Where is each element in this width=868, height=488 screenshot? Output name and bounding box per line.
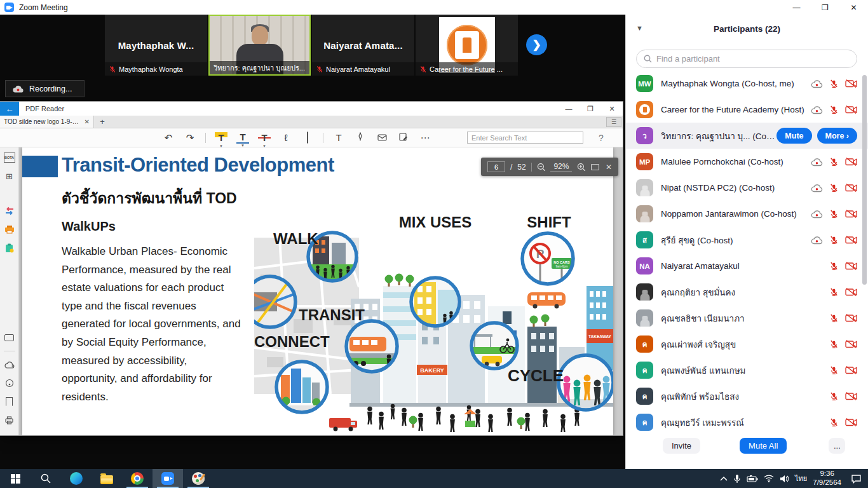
printer-plugin-icon[interactable] [4, 224, 15, 234]
participant-row[interactable]: Nipat (NSTDA PC2) (Co-host) [626, 175, 868, 201]
footer-more-button[interactable]: ... [829, 438, 845, 454]
cloud-icon[interactable] [4, 360, 15, 370]
more-button[interactable]: More › [817, 128, 858, 144]
transit-label: TRANSIT [299, 306, 365, 323]
participant-row[interactable]: ค คุณพงษ์พันธ์ แทนเกษม [626, 357, 868, 383]
participant-search[interactable] [636, 50, 857, 68]
participants-scrollbar[interactable] [862, 75, 867, 285]
participant-row[interactable]: NA Naiyarat Amatayakul [626, 253, 868, 279]
video-tile[interactable]: Naiyarat Amata... Naiyarat Amatayakul [312, 15, 414, 76]
tray-mic-icon[interactable] [733, 474, 741, 484]
taskbar-zoom-button[interactable] [153, 469, 183, 488]
participants-footer: Invite Mute All ... [626, 438, 868, 454]
pdf-minimize-button[interactable]: — [558, 105, 580, 113]
bota-panel-icon[interactable]: BOTA [4, 152, 15, 163]
search-icon [41, 473, 51, 484]
zoom-in-icon[interactable] [577, 163, 586, 172]
taskbar-paint-button[interactable] [183, 469, 214, 488]
video-off-icon [845, 339, 857, 349]
participant-row[interactable]: Noppamon Jantarawimon (Co-host) [626, 201, 868, 227]
pdf-tab[interactable]: TOD silde new logo 1-9-64(1).pdf ✕ [0, 116, 94, 128]
row-status-icons [829, 339, 857, 349]
participant-name: คุณชลธิชา เนียมนาภา [661, 311, 829, 325]
undo-button[interactable]: ↶ [162, 132, 175, 144]
strikeout-text-button[interactable]: T▼ [258, 132, 271, 143]
participant-search-input[interactable] [656, 54, 850, 64]
close-button[interactable]: ✕ [839, 0, 868, 15]
video-tile[interactable]: วิทยากร: คุณฐาปนา บุณยปร... [208, 15, 311, 76]
participant-row[interactable]: คุณชลธิชา เนียมนาภา [626, 305, 868, 331]
tray-battery-icon[interactable] [747, 475, 758, 482]
thumbnails-grid-icon[interactable]: ⊞ [4, 171, 15, 181]
zoom-icon [161, 472, 174, 485]
participant-row[interactable]: ค คุณพิทักษ์ พร้อมไธสง [626, 383, 868, 409]
muted-mic-icon [829, 235, 839, 245]
bookmark-icon[interactable] [4, 396, 15, 407]
pdf-page-controls: / 52 92% ✕ [481, 158, 618, 176]
pdf-search-input[interactable] [467, 132, 583, 144]
print-icon[interactable] [4, 415, 15, 425]
tray-speaker-icon[interactable] [780, 475, 789, 483]
muted-mic-icon [829, 287, 839, 297]
tray-wifi-icon[interactable] [764, 475, 774, 482]
fit-page-icon[interactable] [591, 164, 599, 170]
video-off-icon [845, 183, 857, 193]
stamp-button[interactable] [376, 132, 388, 143]
redo-button[interactable]: ↷ [184, 132, 196, 144]
clipboard-plugin-icon[interactable] [4, 243, 15, 253]
language-indicator[interactable]: ไทย [795, 473, 807, 484]
video-tile[interactable]: Maythaphak W... Maythaphak Wongta [105, 15, 207, 76]
taskbar-explorer-button[interactable] [92, 469, 122, 488]
participant-row[interactable]: ว วิทยากร: คุณฐาปนา บุ... (Co-host) Mute… [626, 123, 868, 149]
minimize-button[interactable]: — [782, 0, 811, 15]
save-annotations-button[interactable] [397, 132, 410, 143]
zoom-level[interactable]: 92% [550, 162, 572, 172]
note-button[interactable] [307, 132, 308, 144]
more-tools-button[interactable]: ⋯ [419, 132, 431, 144]
screen-share-icon[interactable] [4, 332, 15, 342]
back-button[interactable]: ← [0, 102, 19, 116]
zoom-app-icon [4, 3, 14, 12]
tab-list-menu-button[interactable]: ☰ [606, 117, 621, 127]
new-tab-button[interactable]: + [94, 116, 111, 128]
taskbar-edge-button[interactable] [61, 469, 92, 488]
taskbar-chrome-button[interactable] [122, 469, 153, 488]
swap-arrows-icon[interactable] [4, 206, 15, 216]
participant-row[interactable]: MP Malulee Pornchokchai (Co-host) [626, 149, 868, 175]
participant-row[interactable]: Career for the Future Academy (Host) [626, 97, 868, 123]
page-number-input[interactable] [487, 161, 505, 172]
chevron-down-icon[interactable]: ▼ [636, 24, 643, 32]
invite-button[interactable]: Invite [663, 438, 700, 454]
close-page-controls-icon[interactable]: ✕ [606, 163, 612, 172]
next-videos-button[interactable]: ❯ [526, 34, 547, 55]
read-aloud-icon[interactable] [4, 378, 15, 388]
restore-button[interactable]: ❐ [811, 0, 839, 15]
pdf-close-button[interactable]: ✕ [601, 105, 623, 113]
taskbar-search-button[interactable] [31, 469, 61, 488]
ink-pen-button[interactable]: ℓ [280, 132, 292, 143]
action-center-icon[interactable] [851, 474, 862, 484]
participant-row[interactable]: ส สุรีย์ สุขดู (Co-host) [626, 227, 868, 253]
mute-button[interactable]: Mute [776, 128, 811, 144]
add-text-button[interactable]: T [332, 132, 345, 143]
tray-chevron-up-icon[interactable] [720, 476, 728, 481]
avatar [636, 179, 653, 196]
pdf-restore-button[interactable]: ❐ [580, 105, 601, 113]
highlight-text-button[interactable]: T▼ [215, 132, 227, 143]
help-button[interactable]: ? [599, 133, 604, 143]
start-button[interactable] [0, 469, 31, 488]
mute-all-button[interactable]: Mute All [740, 438, 787, 454]
participant-row[interactable]: ค คุณยุทธวีร์ เหมะพรรณ์ [626, 409, 868, 435]
tab-close-icon[interactable]: ✕ [85, 118, 90, 125]
pdf-sidebar: BOTA ⊞ [0, 147, 19, 435]
underline-text-button[interactable]: T▼ [236, 132, 249, 144]
row-status-icons [829, 365, 857, 376]
participant-row[interactable]: ค คุณเผ่าพงศ์ เจริญสุข [626, 331, 868, 357]
participant-row[interactable]: MW Maythaphak Wongta (Co-host, me) [626, 71, 868, 97]
participant-row[interactable]: คุณกฤติยา สุขมั่นคง [626, 279, 868, 305]
video-tile[interactable]: Career for the Future ... [416, 15, 518, 76]
cloud-recording-icon [811, 158, 823, 166]
quill-sign-button[interactable] [354, 132, 367, 143]
zoom-out-icon[interactable] [537, 163, 546, 172]
taskbar-clock[interactable]: 9:36 7/9/2564 [813, 470, 841, 487]
